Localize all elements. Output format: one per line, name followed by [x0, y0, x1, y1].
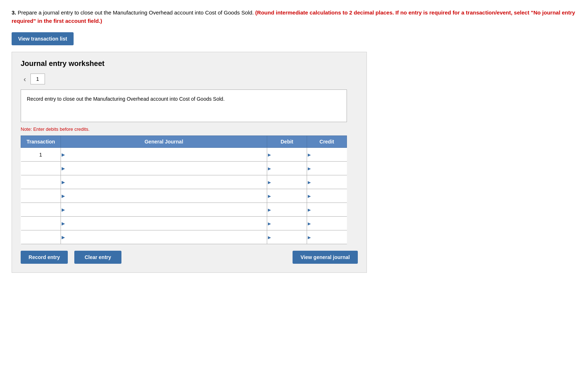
- transaction-cell: [21, 203, 61, 217]
- record-entry-button[interactable]: Record entry: [21, 251, 68, 264]
- credit-input[interactable]: [307, 217, 347, 230]
- credit-input[interactable]: [307, 203, 347, 216]
- col-header-general-journal: General Journal: [61, 136, 267, 148]
- debit-input[interactable]: [267, 175, 307, 189]
- credit-cell[interactable]: ▶: [307, 148, 347, 162]
- debit-input[interactable]: [267, 230, 307, 244]
- table-row: ▶▶▶: [21, 162, 347, 175]
- debit-cell[interactable]: ▶: [267, 230, 307, 244]
- table-row: 1▶▶▶: [21, 148, 347, 162]
- transaction-cell: [21, 230, 61, 244]
- note-text: Note: Enter debits before credits.: [21, 126, 358, 132]
- debit-input[interactable]: [267, 162, 307, 175]
- table-row: ▶▶▶: [21, 230, 347, 244]
- question-number: 3.: [12, 9, 16, 16]
- debit-input[interactable]: [267, 217, 307, 230]
- credit-cell[interactable]: ▶: [307, 189, 347, 203]
- debit-cell[interactable]: ▶: [267, 175, 307, 189]
- prev-tab-button[interactable]: ‹: [21, 74, 29, 84]
- debit-cell[interactable]: ▶: [267, 148, 307, 162]
- question-text-black: Prepare a journal entry to close out the…: [18, 9, 254, 16]
- journal-cell[interactable]: ▶: [61, 189, 267, 203]
- table-row: ▶▶▶: [21, 175, 347, 189]
- journal-cell[interactable]: ▶: [61, 162, 267, 175]
- transaction-cell: [21, 162, 61, 175]
- transaction-cell: [21, 217, 61, 230]
- journal-cell[interactable]: ▶: [61, 175, 267, 189]
- table-row: ▶▶▶: [21, 217, 347, 230]
- debit-input[interactable]: [267, 203, 307, 216]
- transaction-cell: [21, 175, 61, 189]
- description-text: Record entry to close out the Manufactur…: [27, 96, 225, 102]
- debit-input[interactable]: [267, 148, 307, 161]
- journal-table: Transaction General Journal Debit Credit…: [21, 135, 347, 244]
- credit-input[interactable]: [307, 148, 347, 161]
- journal-input[interactable]: [61, 175, 267, 189]
- debit-cell[interactable]: ▶: [267, 189, 307, 203]
- tab-navigation: ‹ 1: [21, 74, 358, 84]
- journal-input[interactable]: [61, 162, 267, 175]
- transaction-cell: [21, 189, 61, 203]
- credit-cell[interactable]: ▶: [307, 175, 347, 189]
- debit-cell[interactable]: ▶: [267, 162, 307, 175]
- table-row: ▶▶▶: [21, 189, 347, 203]
- transaction-cell: 1: [21, 148, 61, 162]
- journal-input[interactable]: [61, 203, 267, 216]
- view-general-journal-button[interactable]: View general journal: [293, 251, 358, 264]
- description-box: Record entry to close out the Manufactur…: [21, 89, 347, 122]
- bottom-buttons: Record entry Clear entry View general jo…: [21, 251, 358, 264]
- journal-input[interactable]: [61, 230, 267, 244]
- debit-input[interactable]: [267, 189, 307, 203]
- journal-cell[interactable]: ▶: [61, 217, 267, 230]
- view-transaction-list-button[interactable]: View transaction list: [12, 32, 74, 45]
- credit-cell[interactable]: ▶: [307, 217, 347, 230]
- journal-input[interactable]: [61, 148, 267, 161]
- clear-entry-button[interactable]: Clear entry: [74, 251, 121, 264]
- journal-cell[interactable]: ▶: [61, 148, 267, 162]
- credit-input[interactable]: [307, 162, 347, 175]
- col-header-debit: Debit: [267, 136, 307, 148]
- credit-cell[interactable]: ▶: [307, 162, 347, 175]
- credit-input[interactable]: [307, 230, 347, 244]
- credit-input[interactable]: [307, 175, 347, 189]
- worksheet-container: Journal entry worksheet ‹ 1 Record entry…: [12, 52, 367, 273]
- credit-cell[interactable]: ▶: [307, 230, 347, 244]
- journal-cell[interactable]: ▶: [61, 230, 267, 244]
- credit-input[interactable]: [307, 189, 347, 203]
- debit-cell[interactable]: ▶: [267, 217, 307, 230]
- table-row: ▶▶▶: [21, 203, 347, 217]
- current-tab: 1: [30, 74, 45, 84]
- journal-input[interactable]: [61, 217, 267, 230]
- question-header: 3. Prepare a journal entry to close out …: [12, 9, 576, 25]
- journal-input[interactable]: [61, 189, 267, 203]
- col-header-credit: Credit: [307, 136, 347, 148]
- credit-cell[interactable]: ▶: [307, 203, 347, 217]
- debit-cell[interactable]: ▶: [267, 203, 307, 217]
- col-header-transaction: Transaction: [21, 136, 61, 148]
- worksheet-title: Journal entry worksheet: [21, 59, 358, 68]
- journal-cell[interactable]: ▶: [61, 203, 267, 217]
